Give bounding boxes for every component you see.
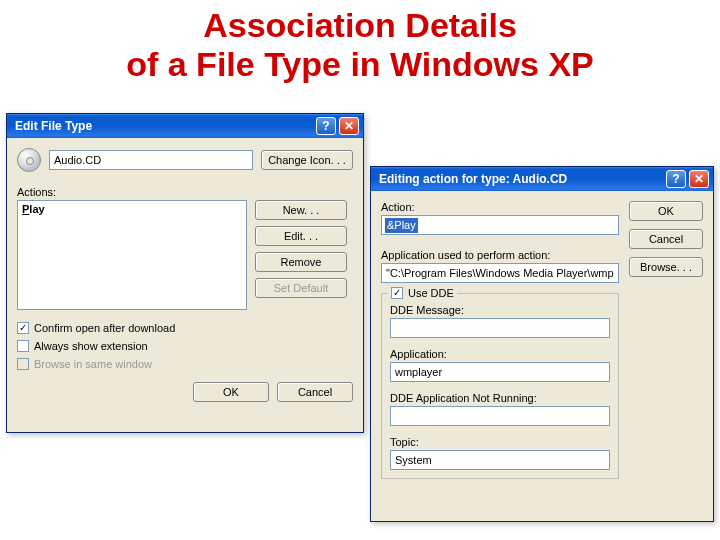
- dde-message-label: DDE Message:: [390, 304, 610, 316]
- dde-not-running-input[interactable]: [390, 406, 610, 426]
- browse-same-window-checkbox: Browse in same window: [17, 358, 353, 370]
- titlebar[interactable]: Edit File Type ? ✕: [7, 114, 363, 138]
- use-dde-checkbox[interactable]: ✓ Use DDE: [388, 287, 457, 299]
- app-used-input[interactable]: [381, 263, 619, 283]
- close-icon[interactable]: ✕: [689, 170, 709, 188]
- set-default-button: Set Default: [255, 278, 347, 298]
- slide-title: Association Details of a File Type in Wi…: [0, 6, 720, 84]
- edit-file-type-dialog: Edit File Type ? ✕ Change Icon. . . Acti…: [6, 113, 364, 433]
- dde-message-input[interactable]: [390, 318, 610, 338]
- new-button[interactable]: New. . .: [255, 200, 347, 220]
- actions-label: Actions:: [17, 186, 353, 198]
- file-type-icon: [17, 148, 41, 172]
- close-icon[interactable]: ✕: [339, 117, 359, 135]
- topic-label: Topic:: [390, 436, 610, 448]
- dde-not-running-label: DDE Application Not Running:: [390, 392, 610, 404]
- topic-input[interactable]: [390, 450, 610, 470]
- help-icon[interactable]: ?: [666, 170, 686, 188]
- action-input[interactable]: &Play: [381, 215, 619, 235]
- file-type-name-input[interactable]: [49, 150, 253, 170]
- cancel-button[interactable]: Cancel: [629, 229, 703, 249]
- remove-button[interactable]: Remove: [255, 252, 347, 272]
- titlebar[interactable]: Editing action for type: Audio.CD ? ✕: [371, 167, 713, 191]
- editing-action-dialog: Editing action for type: Audio.CD ? ✕ Ac…: [370, 166, 714, 522]
- confirm-open-checkbox[interactable]: ✓ Confirm open after download: [17, 322, 353, 334]
- application-label: Application:: [390, 348, 610, 360]
- ok-button[interactable]: OK: [193, 382, 269, 402]
- change-icon-button[interactable]: Change Icon. . .: [261, 150, 353, 170]
- dialog-title: Editing action for type: Audio.CD: [379, 172, 666, 186]
- dialog-title: Edit File Type: [15, 119, 316, 133]
- list-item[interactable]: Play: [22, 203, 242, 215]
- application-input[interactable]: [390, 362, 610, 382]
- edit-button[interactable]: Edit. . .: [255, 226, 347, 246]
- browse-button[interactable]: Browse. . .: [629, 257, 703, 277]
- app-used-label: Application used to perform action:: [381, 249, 619, 261]
- cancel-button[interactable]: Cancel: [277, 382, 353, 402]
- always-show-ext-checkbox[interactable]: Always show extension: [17, 340, 353, 352]
- ok-button[interactable]: OK: [629, 201, 703, 221]
- help-icon[interactable]: ?: [316, 117, 336, 135]
- actions-listbox[interactable]: Play: [17, 200, 247, 310]
- action-label: Action:: [381, 201, 619, 213]
